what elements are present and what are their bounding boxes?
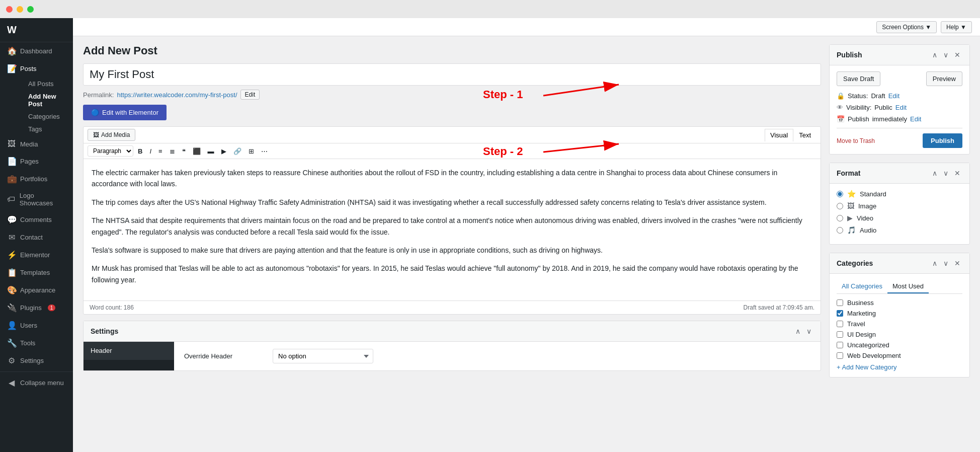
- categories-panel: Categories ∧ ∨ ✕ All Categories Most Use…: [829, 253, 970, 378]
- sidebar-item-contact[interactable]: ✉ Contact: [0, 229, 73, 246]
- save-draft-button[interactable]: Save Draft: [837, 71, 880, 86]
- title-bar: [0, 0, 980, 18]
- sidebar-item-tools[interactable]: 🔧 Tools: [0, 334, 73, 352]
- blockquote-button[interactable]: ❝: [180, 146, 188, 157]
- settings-expand-button[interactable]: ∨: [804, 326, 813, 336]
- format-panel-controls: ∧ ∨ ✕: [930, 168, 962, 178]
- content-para-0: The electric carmaker has taken previous…: [92, 167, 812, 190]
- settings-row-override-header: Override Header No option: [184, 349, 810, 363]
- format-radio-standard[interactable]: [837, 191, 843, 197]
- sidebar-item-posts[interactable]: 📝 Posts: [0, 60, 73, 78]
- sidebar-item-pages[interactable]: 📄 Pages: [0, 153, 73, 170]
- sidebar-item-logo-showcases[interactable]: 🏷 Logo Showcases: [0, 188, 73, 211]
- window-maximize-button[interactable]: [27, 6, 34, 13]
- sidebar-item-collapse[interactable]: ◀ Collapse menu: [0, 374, 73, 392]
- editor-footer: Word count: 186 Draft saved at 7:09:45 a…: [84, 300, 821, 314]
- status-value: Draft: [871, 92, 885, 100]
- categories-panel-controls: ∧ ∨ ✕: [930, 258, 962, 268]
- format-panel-down[interactable]: ∨: [941, 168, 950, 178]
- format-panel-close[interactable]: ✕: [952, 168, 962, 178]
- ordered-list-button[interactable]: ≣: [167, 146, 178, 157]
- visibility-edit-link[interactable]: Edit: [895, 104, 907, 111]
- sidebar-label-templates: Templates: [20, 269, 50, 276]
- content-para-4: Mr Musk has promised that Teslas will be…: [92, 263, 812, 285]
- sidebar-item-users[interactable]: 👤 Users: [0, 317, 73, 334]
- align-left-button[interactable]: ⬛: [190, 146, 203, 157]
- preview-button[interactable]: Preview: [926, 71, 962, 86]
- cat-item-ui-design: UI Design: [837, 331, 962, 338]
- window-close-button[interactable]: [6, 6, 13, 13]
- cat-checkbox-uncategorized[interactable]: [837, 342, 843, 348]
- settings-nav-header[interactable]: Header: [84, 342, 174, 360]
- cat-checkbox-web-development[interactable]: [837, 352, 843, 359]
- italic-button[interactable]: I: [147, 146, 154, 157]
- editor-content[interactable]: The electric carmaker has taken previous…: [84, 159, 821, 300]
- table-button[interactable]: ⊞: [246, 146, 257, 157]
- settings-collapse-button[interactable]: ∧: [793, 326, 802, 336]
- align-right-button[interactable]: ▶: [219, 146, 229, 157]
- help-button[interactable]: Help ▼: [941, 21, 972, 33]
- status-icon: 🔒: [837, 92, 845, 100]
- sidebar-item-dashboard[interactable]: 🏠 Dashboard: [0, 42, 73, 60]
- sidebar-item-templates[interactable]: 📋 Templates: [0, 264, 73, 281]
- unordered-list-button[interactable]: ≡: [156, 146, 165, 157]
- sidebar-item-settings[interactable]: ⚙ Settings: [0, 352, 73, 369]
- cat-label-travel: Travel: [847, 320, 865, 328]
- format-panel-up[interactable]: ∧: [930, 168, 939, 178]
- sidebar-sub-tags[interactable]: Tags: [14, 123, 73, 135]
- sidebar-item-media[interactable]: 🖼 Media: [0, 135, 73, 153]
- publish-time-edit-link[interactable]: Edit: [910, 115, 921, 123]
- status-edit-link[interactable]: Edit: [888, 92, 900, 100]
- cat-checkbox-ui-design[interactable]: [837, 331, 843, 338]
- tab-all-categories[interactable]: All Categories: [837, 280, 887, 293]
- cat-label-ui-design: UI Design: [847, 331, 876, 338]
- sidebar-item-plugins[interactable]: 🔌 Plugins 1: [0, 299, 73, 317]
- permalink-edit-button[interactable]: Edit: [240, 90, 260, 100]
- sidebar-sub-add-new-post[interactable]: Add New Post: [14, 90, 73, 110]
- format-radio-audio[interactable]: [837, 227, 843, 234]
- categories-panel-close[interactable]: ✕: [952, 258, 962, 268]
- sidebar-label-media: Media: [20, 140, 38, 148]
- override-header-select[interactable]: No option: [273, 349, 373, 363]
- sidebar-item-portfolios[interactable]: 💼 Portfolios: [0, 170, 73, 188]
- sidebar-item-appearance[interactable]: 🎨 Appearance: [0, 281, 73, 299]
- tab-visual[interactable]: Visual: [765, 129, 793, 141]
- bold-button[interactable]: B: [135, 146, 145, 157]
- publish-panel: Publish ∧ ∨ ✕ Save Draft Preview: [829, 44, 970, 155]
- cat-checkbox-travel[interactable]: [837, 321, 843, 327]
- add-media-label: Add Media: [101, 131, 130, 138]
- tab-most-used[interactable]: Most Used: [887, 280, 929, 293]
- cat-item-uncategorized: Uncategorized: [837, 341, 962, 349]
- add-media-button[interactable]: 🖼 Add Media: [88, 129, 135, 141]
- cat-checkbox-marketing[interactable]: [837, 310, 843, 317]
- format-radio-image[interactable]: [837, 203, 843, 209]
- more-button[interactable]: ⋯: [259, 146, 270, 157]
- permalink-url[interactable]: https://writer.wealcoder.com/my-first-po…: [117, 91, 237, 99]
- move-trash-link[interactable]: Move to Trash: [837, 137, 875, 144]
- sidebar-label-settings: Settings: [20, 357, 44, 364]
- publish-panel-up[interactable]: ∧: [930, 50, 939, 60]
- edit-with-elementor-button[interactable]: 🔵 Edit with Elementor: [83, 105, 167, 120]
- sidebar-sub-categories[interactable]: Categories: [14, 110, 73, 123]
- add-new-category-link[interactable]: + Add New Category: [837, 363, 897, 371]
- categories-panel-down[interactable]: ∨: [941, 258, 950, 268]
- sidebar-item-elementor[interactable]: ⚡ Elementor: [0, 246, 73, 264]
- publish-button[interactable]: Publish: [923, 133, 962, 148]
- permalink-row: Permalink: https://writer.wealcoder.com/…: [83, 90, 821, 100]
- sidebar-sub-all-posts[interactable]: All Posts: [14, 78, 73, 90]
- cat-item-travel: Travel: [837, 320, 962, 328]
- categories-panel-up[interactable]: ∧: [930, 258, 939, 268]
- paragraph-format-select[interactable]: Paragraph: [88, 145, 133, 157]
- sidebar-item-comments[interactable]: 💬 Comments: [0, 211, 73, 229]
- align-center-button[interactable]: ▬: [205, 146, 217, 157]
- post-title-input[interactable]: [83, 63, 821, 86]
- link-button[interactable]: 🔗: [231, 146, 244, 157]
- screen-options-button[interactable]: Screen Options ▼: [876, 21, 937, 33]
- publish-panel-close[interactable]: ✕: [952, 50, 962, 60]
- format-radio-video[interactable]: [837, 215, 843, 221]
- publish-panel-down[interactable]: ∨: [941, 50, 950, 60]
- sidebar-label-users: Users: [20, 322, 37, 329]
- cat-checkbox-business[interactable]: [837, 299, 843, 306]
- window-minimize-button[interactable]: [17, 6, 23, 13]
- tab-text[interactable]: Text: [793, 129, 816, 141]
